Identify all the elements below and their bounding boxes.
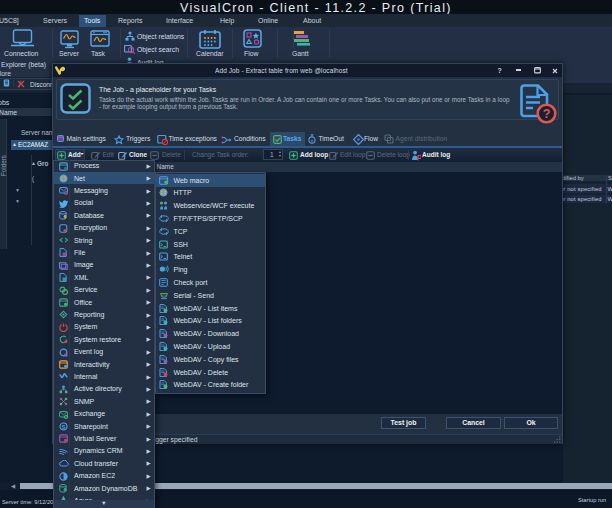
svg-text:?: ? xyxy=(543,107,551,121)
svg-text:S: S xyxy=(61,423,65,429)
